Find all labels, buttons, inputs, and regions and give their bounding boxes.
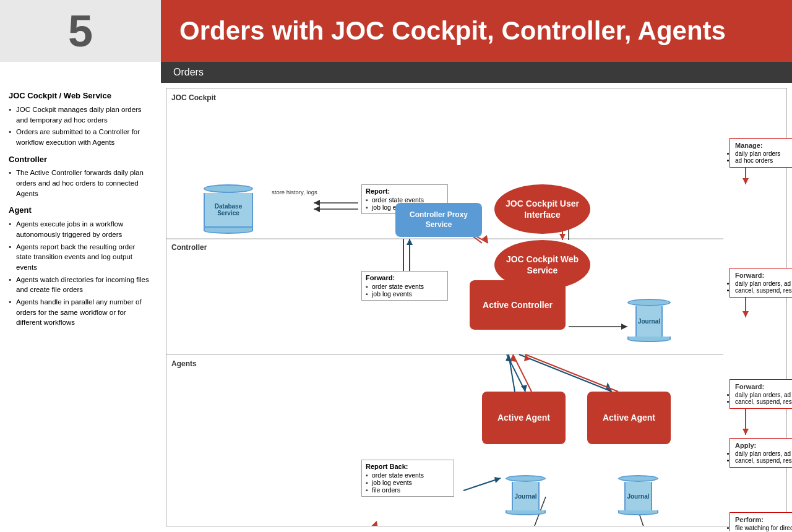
left-item: JOC Cockpit manages daily plan orders an… bbox=[9, 105, 152, 125]
svg-line-42 bbox=[509, 354, 515, 392]
svg-line-30 bbox=[525, 354, 618, 392]
agents-label: Agents bbox=[171, 359, 197, 368]
svg-line-24 bbox=[507, 354, 525, 392]
joc-cockpit-label: JOC Cockpit bbox=[171, 93, 216, 102]
controller-label: Controller bbox=[171, 243, 207, 252]
left-section-agent-title: Agent bbox=[9, 205, 152, 217]
store-history-label: store history, logs bbox=[272, 189, 317, 195]
svg-line-38 bbox=[352, 521, 377, 526]
right-forward2-box: Forward: daily plan orders, ad hoc order… bbox=[730, 379, 792, 409]
journal1: Journal bbox=[627, 299, 671, 342]
right-apply-box: Apply: daily plan orders, ad hoc orders … bbox=[730, 438, 792, 468]
svg-line-26 bbox=[519, 354, 612, 392]
left-item: Agents handle in parallel any number of … bbox=[9, 297, 152, 328]
svg-marker-23 bbox=[407, 239, 413, 245]
slide-number: 5 bbox=[0, 0, 161, 62]
left-item: The Active Controller forwards daily pla… bbox=[9, 168, 152, 199]
svg-marker-7 bbox=[482, 235, 488, 243]
left-panel: JOC Cockpit / Web Service JOC Cockpit ma… bbox=[0, 83, 161, 531]
left-item: Agents execute jobs in a workflow autono… bbox=[9, 219, 152, 239]
section-subheader: Orders bbox=[161, 62, 792, 83]
journal2: Journal bbox=[506, 475, 546, 515]
svg-line-40 bbox=[463, 478, 501, 491]
svg-marker-3 bbox=[314, 206, 320, 212]
svg-marker-29 bbox=[510, 354, 516, 362]
svg-marker-15 bbox=[742, 178, 749, 184]
database-service: DatabaseService bbox=[204, 184, 253, 234]
diagram-wrapper: JOC Cockpit DatabaseService store histor… bbox=[166, 88, 787, 526]
active-agent2: Active Agent bbox=[587, 392, 671, 444]
svg-marker-31 bbox=[524, 354, 530, 361]
active-controller: Active Controller bbox=[470, 280, 566, 330]
left-item: Orders are submitted to a Controller for… bbox=[9, 127, 152, 147]
diagram-area: JOC Cockpit DatabaseService store histor… bbox=[161, 83, 792, 531]
svg-marker-17 bbox=[742, 311, 749, 317]
svg-line-28 bbox=[513, 354, 532, 392]
svg-marker-19 bbox=[742, 429, 749, 435]
controller-proxy-service: Controller Proxy Service bbox=[395, 203, 482, 237]
right-perform-box: Perform: file watching for directories a… bbox=[730, 512, 792, 531]
svg-marker-41 bbox=[494, 477, 501, 483]
svg-marker-5 bbox=[314, 200, 320, 206]
svg-marker-43 bbox=[506, 354, 512, 362]
right-forward1-box: Forward: daily plan orders, ad hoc order… bbox=[730, 268, 792, 298]
left-item: Agents watch directories for incoming fi… bbox=[9, 275, 152, 295]
report-back-box: Report Back: order state events job log … bbox=[361, 460, 454, 497]
left-section-joc-title: JOC Cockpit / Web Service bbox=[9, 90, 152, 102]
journal3: Journal bbox=[618, 475, 658, 515]
forward-controller-box: Forward: order state events job log even… bbox=[361, 271, 448, 301]
left-section-controller-title: Controller bbox=[9, 154, 152, 166]
svg-marker-39 bbox=[372, 521, 378, 526]
slide-title: Orders with JOC Cockpit, Controller, Age… bbox=[161, 0, 792, 62]
svg-marker-11 bbox=[559, 234, 566, 240]
joc-ui-ellipse: JOC Cockpit User Interface bbox=[494, 184, 590, 234]
left-item: Agents report back the resulting order s… bbox=[9, 242, 152, 273]
svg-marker-33 bbox=[621, 324, 627, 330]
active-agent1: Active Agent bbox=[482, 392, 566, 444]
right-manage-box: Manage: daily plan orders ad hoc orders bbox=[730, 138, 792, 168]
svg-marker-27 bbox=[606, 382, 612, 392]
svg-marker-25 bbox=[521, 385, 527, 392]
